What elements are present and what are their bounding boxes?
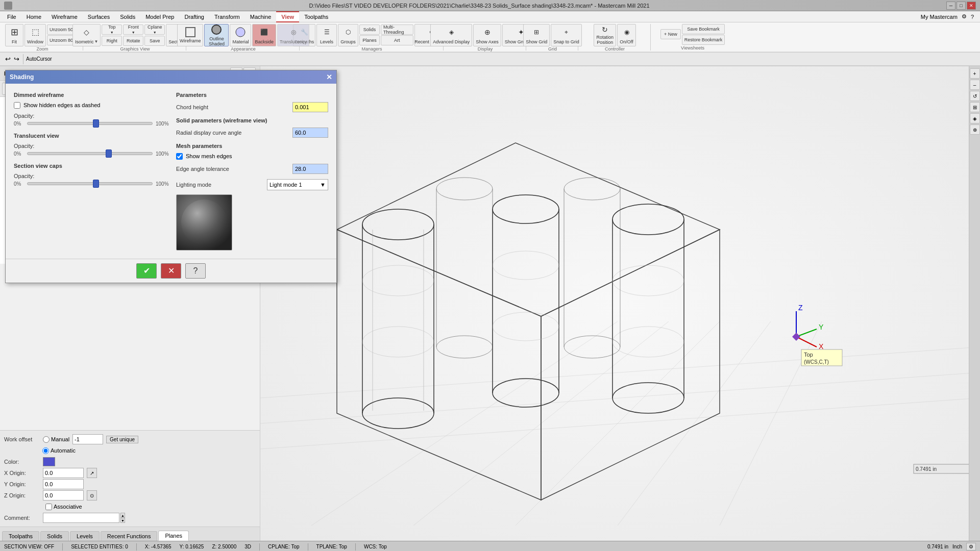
window-button[interactable]: ⬚ Window xyxy=(24,24,46,46)
svg-line-8 xyxy=(618,321,771,525)
opacity-thumb-2[interactable] xyxy=(106,149,112,158)
outline-shaded-button[interactable]: Outline Shaded xyxy=(204,24,229,46)
automatic-radio[interactable] xyxy=(42,447,49,454)
advanced-display-button[interactable]: ◈ Advanced Display xyxy=(430,24,472,46)
z-origin-row: Z Origin: 0.0 ⊙ xyxy=(4,490,256,501)
chord-height-input[interactable]: 0.001 xyxy=(292,102,328,112)
svg-point-24 xyxy=(493,379,559,407)
tab-levels[interactable]: Levels xyxy=(70,531,100,541)
menu-home[interactable]: Home xyxy=(21,11,46,22)
menu-toolpaths[interactable]: Toolpaths xyxy=(299,11,333,22)
show-hidden-checkbox[interactable] xyxy=(14,102,20,109)
multithreading-button[interactable]: Multi-Threading xyxy=(381,24,413,35)
color-swatch[interactable] xyxy=(43,457,55,466)
wireframe-button[interactable]: Wireframe xyxy=(177,24,204,46)
right-btn-1[interactable]: + xyxy=(970,68,980,79)
svg-text:0.7491 in: 0.7491 in xyxy=(916,466,937,472)
menu-transform[interactable]: Transform xyxy=(209,11,245,22)
opacity-slider-3[interactable] xyxy=(27,182,153,185)
save-button[interactable]: Save xyxy=(144,36,165,46)
tab-solids[interactable]: Solids xyxy=(40,531,69,541)
menu-model-prep[interactable]: Model Prep xyxy=(140,11,179,22)
menu-drafting[interactable]: Drafting xyxy=(179,11,209,22)
opacity-thumb-1[interactable] xyxy=(93,119,99,128)
redo-icon[interactable]: ↪ xyxy=(13,55,20,63)
show-mesh-checkbox[interactable] xyxy=(176,153,183,160)
right-btn-4[interactable]: ⊞ xyxy=(970,102,980,112)
material-button[interactable]: Material xyxy=(230,24,251,46)
tab-planes[interactable]: Planes xyxy=(158,531,189,541)
lighting-mode-dropdown[interactable]: Light mode 1 ▼ xyxy=(267,179,328,190)
front-button[interactable]: Front ▼ xyxy=(123,24,143,35)
lighting-dropdown-arrow: ▼ xyxy=(320,182,326,188)
menu-surfaces[interactable]: Surfaces xyxy=(83,11,115,22)
tab-toolpaths[interactable]: Toolpaths xyxy=(2,531,39,541)
menu-view[interactable]: View xyxy=(276,11,299,22)
right-btn-6[interactable]: ⊕ xyxy=(970,124,980,135)
right-btn-2[interactable]: – xyxy=(970,80,980,90)
shading-dialog[interactable]: Shading ✕ Dimmed wireframe Show hidden e… xyxy=(5,70,337,283)
x-origin-input[interactable]: 0.0 xyxy=(43,468,84,478)
undo-icon[interactable]: ↩ xyxy=(4,55,12,63)
levels-button[interactable]: ☰ Levels xyxy=(316,24,337,46)
dialog-cancel-button[interactable]: ✕ xyxy=(161,263,181,279)
translucency-button[interactable]: ◎ Translucency xyxy=(277,24,309,46)
minimize-button[interactable]: ─ xyxy=(946,2,955,10)
on-off-button[interactable]: ◉ On/Off xyxy=(617,24,635,46)
dialog-help-button[interactable]: ? xyxy=(185,263,206,279)
save-bookmark-button[interactable]: Save Bookmark xyxy=(682,24,725,34)
show-axes-button[interactable]: ⊕ Show Axes xyxy=(473,24,501,46)
cplane-button[interactable]: Cplane ▼ xyxy=(144,24,165,35)
work-offset-value[interactable]: -1 xyxy=(72,434,103,444)
get-unique-button[interactable]: Get unique xyxy=(106,436,138,443)
fit-button[interactable]: ⊞ Fit xyxy=(5,24,23,46)
menu-file[interactable]: File xyxy=(2,11,21,22)
show-grid-button[interactable]: ⊞ Show Grid xyxy=(523,24,550,46)
left-panel: Planes 📌 ✕ + 📁 🔍 ≡ ⚙ ⇅ … Shading ✕ xyxy=(0,66,260,541)
edge-angle-input[interactable]: 28.0 xyxy=(292,164,328,174)
right-btn-3[interactable]: ↺ xyxy=(970,91,980,101)
associative-checkbox[interactable] xyxy=(45,504,52,510)
comment-down-button[interactable]: ▼ xyxy=(120,518,125,523)
dialog-close-button[interactable]: ✕ xyxy=(326,73,332,81)
settings-icon[interactable]: ⚙ xyxy=(962,13,967,20)
opacity-slider-2[interactable] xyxy=(27,152,153,155)
close-button[interactable]: ✕ xyxy=(967,2,976,10)
right-button[interactable]: Right xyxy=(102,36,122,46)
snap-to-grid-button[interactable]: ⌖ Snap to Grid xyxy=(551,24,582,46)
z-origin-input[interactable]: 0.0 xyxy=(43,490,84,500)
comment-input[interactable] xyxy=(43,513,119,523)
opacity-slider-1[interactable] xyxy=(27,122,153,125)
solids-button[interactable]: Solids xyxy=(359,24,380,35)
manual-radio[interactable] xyxy=(43,436,50,443)
automatic-row: Automatic xyxy=(4,445,256,456)
rotation-position-button[interactable]: ↻ Rotation Position xyxy=(594,24,616,46)
menu-machine[interactable]: Machine xyxy=(245,11,277,22)
isometric-button[interactable]: ◇ Isometric ▼ xyxy=(72,24,101,46)
new-viewsheet-button[interactable]: + New xyxy=(660,29,681,39)
dialog-ok-button[interactable]: ✔ xyxy=(136,263,157,279)
comment-up-button[interactable]: ▲ xyxy=(120,513,125,518)
rotate-button[interactable]: Rotate xyxy=(123,36,143,46)
restore-bookmark-button[interactable]: Restore Bookmark xyxy=(682,35,725,45)
status-settings-button[interactable]: ⚙ xyxy=(966,543,976,550)
menu-solids[interactable]: Solids xyxy=(115,11,140,22)
top-button[interactable]: Top ▼ xyxy=(102,24,122,35)
viewport[interactable]: Z Y X Top (WCS,C,T) 0.7491 in xyxy=(260,66,980,541)
radial-curve-input[interactable]: 60.0 xyxy=(292,128,328,138)
x-origin-pick-button[interactable]: ↗ xyxy=(87,468,97,478)
maximize-button[interactable]: □ xyxy=(957,2,966,10)
art-button[interactable]: Art xyxy=(381,35,413,45)
z-origin-pick-button[interactable]: ⊙ xyxy=(87,490,97,500)
right-btn-5[interactable]: ◈ xyxy=(970,113,980,123)
y-origin-input[interactable]: 0.0 xyxy=(43,479,84,489)
backside-button[interactable]: ⬛ Backside xyxy=(252,24,276,46)
planes-button[interactable]: Planes xyxy=(359,35,380,45)
groups-button[interactable]: ⬡ Groups xyxy=(338,24,358,46)
scene-svg: Z Y X Top (WCS,C,T) 0.7491 in xyxy=(260,66,980,525)
tab-recent-functions[interactable]: Recent Functions xyxy=(101,531,158,541)
lighting-preview xyxy=(176,194,232,251)
help-icon[interactable]: ? xyxy=(971,14,974,20)
opacity-thumb-3[interactable] xyxy=(93,180,99,188)
menu-wireframe[interactable]: Wireframe xyxy=(46,11,83,22)
